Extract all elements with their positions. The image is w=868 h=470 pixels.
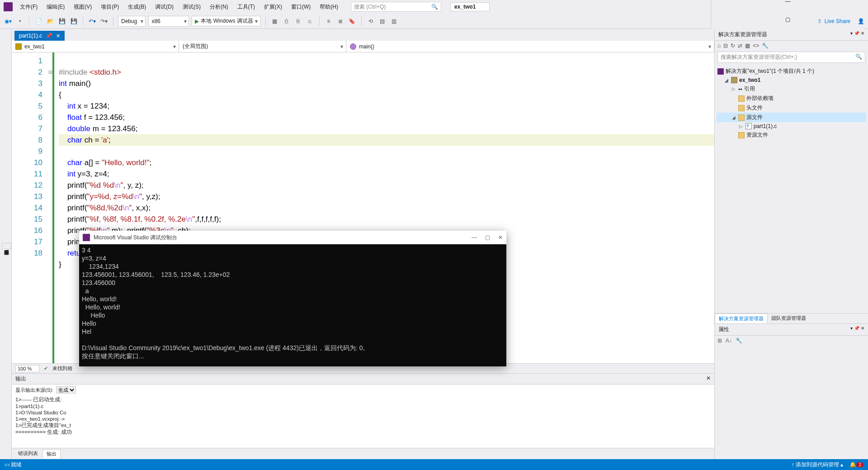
solution-explorer-title: 解决方案资源管理器 xyxy=(718,31,767,38)
toolbar-icon-6[interactable]: ≣ xyxy=(336,17,345,26)
run-debugger-button[interactable]: ▶本地 Windows 调试器▾ xyxy=(192,16,260,26)
expand-icon[interactable]: ▷ xyxy=(738,124,744,129)
forward-icon[interactable]: • xyxy=(15,17,24,26)
console-minimize[interactable]: — xyxy=(472,234,477,241)
folder-icon xyxy=(738,105,745,111)
folder-icon xyxy=(738,132,745,138)
source-control-button[interactable]: ↑ 添加到源代码管理 ▴ xyxy=(792,461,844,469)
save-all-icon[interactable]: 💾 xyxy=(69,17,78,26)
toolbar-icon-8[interactable]: ⟲ xyxy=(366,17,375,26)
maximize-button[interactable]: ▢ xyxy=(779,13,797,26)
debug-console-window[interactable]: Microsoft Visual Studio 调试控制台 — ▢ ✕ 3 4 … xyxy=(79,231,506,366)
minimize-button[interactable]: — xyxy=(779,0,797,8)
member-combo[interactable]: main() xyxy=(346,41,714,52)
line-numbers: 123456789101112131415161718 xyxy=(12,52,48,363)
output-panel: 输出✕ 显示输出来源(S): 生成 1>------ 已启动生成: 1>part… xyxy=(12,373,714,459)
expand-icon[interactable]: ▷ xyxy=(731,86,736,91)
fold-bar[interactable]: ⊟ xyxy=(48,52,54,363)
global-search[interactable]: 搜索 (Ctrl+Q) 🔍 xyxy=(351,2,441,12)
file-tab-part1[interactable]: part1(1).c 📌 ✕ xyxy=(14,31,65,41)
open-icon[interactable]: 📂 xyxy=(46,17,55,26)
server-explorer-tab[interactable]: 服务器资源管理器 xyxy=(2,243,11,249)
liveshare-icon: ⇪ xyxy=(817,18,822,24)
tab-error-list[interactable]: 错误列表 xyxy=(14,449,42,458)
output-body[interactable]: 1>------ 已启动生成: 1>part1(1).c 1>D:\Visual… xyxy=(12,395,714,448)
menu-help[interactable]: 帮助(H) xyxy=(316,1,342,13)
menu-bar: 文件(F) 编辑(E) 视图(V) 项目(P) 生成(B) 调试(D) 测试(S… xyxy=(16,1,342,13)
menu-project[interactable]: 项目(P) xyxy=(97,1,123,13)
solution-name-button[interactable]: ex_two1 xyxy=(450,2,490,11)
search-icon: 🔍 xyxy=(431,4,438,10)
redo-icon[interactable]: ↷▾ xyxy=(99,17,108,26)
panel-controls[interactable]: ▾ 📌 ✕ xyxy=(850,326,864,333)
menu-window[interactable]: 窗口(W) xyxy=(288,1,314,13)
tab-team-explorer[interactable]: 团队资源管理器 xyxy=(768,313,810,323)
collapse-icon[interactable]: ⊟ xyxy=(723,43,728,49)
expand-icon[interactable]: ◢ xyxy=(724,78,729,83)
panel-controls[interactable]: ▾ 📌 ✕ xyxy=(850,31,864,38)
output-title: 输出 xyxy=(15,375,26,383)
toolbar-icon-5[interactable]: ≡ xyxy=(324,17,333,26)
output-close-icon[interactable]: ✕ xyxy=(706,375,711,383)
solution-tree[interactable]: 解决方案"ex_two1"(1 个项目/共 1 个) ◢ex_two1 ▷▪▪引… xyxy=(715,65,868,313)
toolbar-icon-2[interactable]: ⎙ xyxy=(282,17,291,26)
sync-icon[interactable]: ⇄ xyxy=(738,43,742,49)
menu-file[interactable]: 文件(F) xyxy=(16,1,41,13)
menu-tools[interactable]: 工具(T) xyxy=(234,1,259,13)
status-icon: ▭ xyxy=(5,461,9,468)
expand-icon[interactable]: ◢ xyxy=(731,115,736,120)
menu-edit[interactable]: 编辑(E) xyxy=(43,1,68,13)
console-output[interactable]: 3 4 y=3, z=4 1234,1234 123.456001, 123.4… xyxy=(79,244,506,362)
status-text: 未找到相 xyxy=(52,365,72,372)
menu-debug[interactable]: 调试(D) xyxy=(151,1,177,13)
nav-bar: ex_two1 (全局范围) main() xyxy=(12,41,714,52)
config-combo[interactable]: Debug xyxy=(118,16,146,27)
tab-solution-explorer[interactable]: 解决方案资源管理器 xyxy=(715,313,768,323)
status-ready: 就绪 xyxy=(11,461,22,468)
refs-icon: ▪▪ xyxy=(738,86,742,92)
show-all-icon[interactable]: ▦ xyxy=(745,43,750,49)
toolbar-icon-9[interactable]: ▤ xyxy=(378,17,387,26)
toolbar-icon-3[interactable]: ⎘ xyxy=(294,17,303,26)
close-tab-icon[interactable]: ✕ xyxy=(56,33,60,39)
solution-search[interactable]: 搜索解决方案资源管理器(Ctrl+;)🔍 xyxy=(717,52,865,63)
home-icon[interactable]: ⌂ xyxy=(717,43,721,49)
menu-build[interactable]: 生成(B) xyxy=(124,1,150,13)
new-project-icon[interactable]: 📄 xyxy=(34,17,43,26)
console-titlebar[interactable]: Microsoft Visual Studio 调试控制台 — ▢ ✕ xyxy=(79,231,506,244)
wrench-icon[interactable]: 🔧 xyxy=(762,43,769,49)
menu-test[interactable]: 测试(S) xyxy=(179,1,204,13)
toolbar-icon-4[interactable]: ⎌ xyxy=(306,17,315,26)
back-icon[interactable]: ◉▾ xyxy=(4,17,13,26)
properties-icon[interactable]: <> xyxy=(753,43,759,49)
console-maximize[interactable]: ▢ xyxy=(485,234,490,241)
output-source-combo[interactable]: 生成 xyxy=(56,386,76,394)
pin-icon[interactable]: 📌 xyxy=(46,33,52,39)
toolbar-icon-1[interactable]: ▦ xyxy=(270,17,279,26)
undo-icon[interactable]: ↶▾ xyxy=(88,17,97,26)
toolbar-icon-10[interactable]: ▥ xyxy=(390,17,399,26)
feedback-icon[interactable]: 👤 xyxy=(858,18,864,24)
save-icon[interactable]: 💾 xyxy=(57,17,66,26)
menu-analyze[interactable]: 分析(N) xyxy=(206,1,232,13)
zoom-combo[interactable]: 100 % xyxy=(15,365,39,372)
scope-combo[interactable]: ex_two1 xyxy=(12,41,179,52)
categorize-icon[interactable]: ⊞ xyxy=(717,337,722,344)
solution-toolbar: ⌂ ⊟ ↻ ⇄ ▦ <> 🔧 xyxy=(715,41,868,51)
menu-extensions[interactable]: 扩展(X) xyxy=(260,1,286,13)
refresh-icon[interactable]: ↻ xyxy=(731,43,735,49)
properties-title: 属性 xyxy=(718,326,729,333)
tab-output[interactable]: 输出 xyxy=(42,449,61,458)
sort-icon[interactable]: A↓ xyxy=(726,337,732,344)
console-close[interactable]: ✕ xyxy=(498,234,503,241)
scope2-combo[interactable]: (全局范围) xyxy=(179,41,346,52)
notifications-button[interactable]: 🔔2 xyxy=(849,461,863,468)
menu-view[interactable]: 视图(V) xyxy=(70,1,95,13)
toolbar-icon-7[interactable]: 🔖 xyxy=(348,17,357,26)
project-icon xyxy=(15,43,22,50)
console-icon xyxy=(83,234,90,241)
method-icon xyxy=(350,43,356,50)
liveshare-button[interactable]: ⇪ Live Share 👤 xyxy=(817,18,864,24)
props-wrench-icon[interactable]: 🔧 xyxy=(736,337,742,344)
platform-combo[interactable]: x86 xyxy=(148,16,189,27)
